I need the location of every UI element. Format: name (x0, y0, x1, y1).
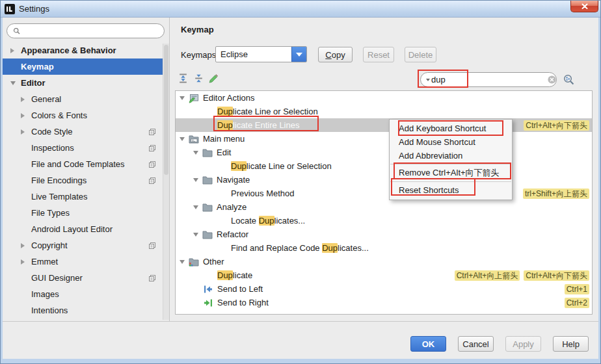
tree-row-duplicate[interactable]: DuplicateCtrl+Alt+向上箭头Ctrl+Alt+向下箭头 (176, 268, 592, 282)
find-by-shortcut-icon[interactable] (563, 73, 575, 86)
sidebar-item-code-style[interactable]: Code Style (3, 124, 162, 140)
clear-search-icon[interactable] (547, 75, 557, 84)
settings-window: Settings Appearance & BehaviorKeymapEdit… (0, 0, 601, 364)
tree-row-label: Navigate (217, 175, 250, 185)
folder-icon (202, 202, 213, 213)
tree-expand-arrow-icon[interactable] (193, 233, 202, 237)
tree-row-send-to-left[interactable]: Send to LeftCtrl+1 (176, 282, 592, 296)
apply-button[interactable]: Apply (505, 336, 541, 352)
sidebar-item-appearance-behavior[interactable]: Appearance & Behavior (3, 42, 162, 58)
expand-arrow-icon[interactable] (21, 97, 31, 102)
sidebar-item-label: GUI Designer (31, 273, 83, 283)
sidebar-search-input[interactable] (24, 26, 159, 36)
close-button[interactable] (570, 1, 598, 12)
sidebar-item-live-templates[interactable]: Live Templates (3, 188, 162, 205)
sidebar-item-colors-fonts[interactable]: Colors & Fonts (3, 107, 162, 124)
sidebar-item-label: File and Code Templates (31, 159, 125, 169)
tree-expand-arrow-icon[interactable] (180, 137, 189, 141)
shortcut-search-box[interactable] (420, 72, 557, 87)
tree-row-label: Duplicate Line or Selection (231, 161, 332, 171)
menu-separator (390, 181, 511, 182)
sidebar-item-file-types[interactable]: File Types (3, 205, 162, 221)
edit-pencil-icon[interactable] (208, 73, 219, 84)
other-folder-icon (189, 257, 199, 267)
sidebar-item-file-encodings[interactable]: File Encodings (3, 172, 162, 188)
sidebar-item-label: File Types (31, 208, 70, 218)
sidebar-item-inspections[interactable]: Inspections (3, 140, 162, 156)
reset-button[interactable]: Reset (363, 47, 394, 62)
copy-icon (148, 160, 157, 169)
sidebar-item-keymap[interactable]: Keymap (3, 58, 169, 75)
cancel-button[interactable]: Cancel (458, 336, 494, 352)
copy-button[interactable]: Copy (318, 47, 353, 62)
expand-arrow-icon[interactable] (21, 113, 31, 118)
keymap-select-value: Eclipse (216, 49, 291, 59)
menu-item-reset-shortcuts[interactable]: Reset Shortcuts (390, 183, 512, 198)
tree-row-send-to-right[interactable]: Send to RightCtrl+2 (176, 296, 592, 309)
intellij-logo-icon (5, 4, 15, 14)
send-left-icon (203, 284, 213, 294)
actions-tree: Editor ActionsDuplicate Line or Selectio… (175, 90, 593, 315)
shortcut-badge: Ctrl+Alt+向上箭头 (455, 270, 520, 281)
tree-expand-arrow-icon[interactable] (180, 96, 189, 100)
dialog-footer: OK Cancel Apply Help (3, 321, 598, 359)
tree-row-locate-duplicates[interactable]: Locate Duplicates... (176, 214, 592, 228)
tree-expand-arrow-icon[interactable] (193, 151, 202, 155)
collapse-all-icon[interactable] (193, 73, 204, 84)
tree-row-label: Duplicate Entire Lines (217, 120, 299, 130)
tree-expand-arrow-icon[interactable] (180, 260, 189, 264)
ok-button[interactable]: OK (410, 336, 446, 352)
menu-item-add-mouse-shortcut[interactable]: Add Mouse Shortcut (390, 135, 512, 149)
expand-all-icon[interactable] (178, 73, 189, 84)
sidebar-item-gui-designer[interactable]: GUI Designer (3, 270, 162, 286)
tree-row-refactor[interactable]: Refactor (176, 228, 592, 241)
expand-arrow-icon[interactable] (10, 81, 21, 85)
expand-arrow-icon[interactable] (10, 48, 21, 53)
tree-row-analyze[interactable]: Analyze (176, 200, 592, 214)
expand-arrow-icon[interactable] (21, 243, 31, 248)
tree-row-edit[interactable]: Edit (176, 146, 592, 159)
copy-icon (148, 176, 157, 185)
tree-row-navigate[interactable]: Navigate (176, 173, 592, 187)
tree-row-duplicate-entire-lines[interactable]: Duplicate Entire LinesCtrl+Alt+向下箭头 (176, 118, 592, 132)
tree-expand-arrow-icon[interactable] (193, 205, 202, 209)
expand-arrow-icon[interactable] (21, 129, 31, 135)
sidebar-item-emmet[interactable]: Emmet (3, 254, 162, 270)
menu-item-remove-ctrl-alt[interactable]: Remove Ctrl+Alt+向下箭头 (390, 166, 512, 180)
sidebar-item-editor[interactable]: Editor (3, 75, 162, 91)
titlebar: Settings (1, 1, 600, 18)
delete-button[interactable]: Delete (405, 47, 436, 62)
sidebar-item-label: Android Layout Editor (31, 224, 113, 234)
tree-row-previous-method[interactable]: Previous Methodtrl+Shift+向上箭头 (176, 187, 592, 200)
sidebar-item-intentions[interactable]: Intentions (3, 302, 162, 318)
sidebar-item-general[interactable]: General (3, 91, 162, 107)
shortcut-search-input[interactable] (431, 75, 546, 84)
expand-arrow-icon[interactable] (21, 259, 31, 265)
sidebar-item-label: Keymap (21, 62, 54, 72)
sidebar-item-file-and-code-templates[interactable]: File and Code Templates (3, 156, 162, 172)
tree-row-duplicate-line-or-selection[interactable]: Duplicate Line or Selection (176, 105, 592, 118)
sidebar-item-images[interactable]: Images (3, 286, 162, 302)
sidebar-item-copyright[interactable]: Copyright (3, 237, 162, 254)
tree-row-main-menu[interactable]: Main menu (176, 132, 592, 146)
menu-item-add-abbreviation[interactable]: Add Abbreviation (390, 149, 512, 162)
copy-icon (148, 127, 157, 136)
copy-icon (148, 241, 157, 250)
chevron-down-icon[interactable] (291, 47, 306, 62)
search-options-arrow-icon[interactable] (426, 79, 430, 83)
tree-row-label: Find and Replace Code Duplicates... (231, 243, 369, 253)
window-frame-left (1, 18, 3, 363)
menu-item-add-keyboard-shortcut[interactable]: Add Keyboard Shortcut (390, 122, 512, 135)
sidebar-item-android-layout-editor[interactable]: Android Layout Editor (3, 221, 162, 237)
sidebar-scrollbar[interactable] (163, 44, 169, 320)
tree-row-find-and-replace-code-duplicates[interactable]: Find and Replace Code Duplicates... (176, 241, 592, 255)
tree-expand-arrow-icon[interactable] (193, 178, 202, 182)
tree-row-editor-actions[interactable]: Editor Actions (176, 91, 592, 105)
tree-row-duplicate-line-or-selection[interactable]: Duplicate Line or Selection (176, 159, 592, 173)
help-button[interactable]: Help (553, 336, 589, 352)
sidebar-item-label: Live Templates (31, 192, 87, 202)
sidebar-item-list: Appearance & BehaviorKeymapEditorGeneral… (3, 42, 162, 318)
tree-row-other[interactable]: Other (176, 255, 592, 268)
sidebar-search-box[interactable] (7, 23, 165, 38)
keymap-select[interactable]: Eclipse (215, 46, 307, 62)
